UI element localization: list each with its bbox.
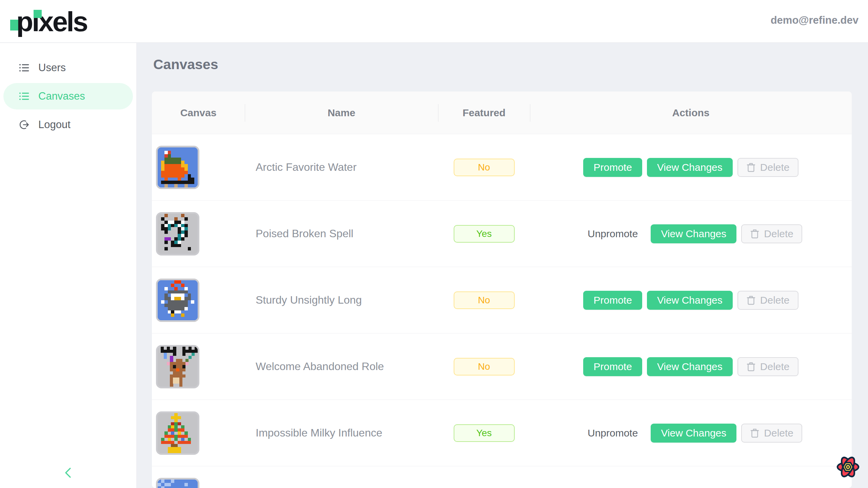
delete-button[interactable]: Delete xyxy=(741,424,802,443)
sidebar-collapse-button[interactable] xyxy=(62,466,74,479)
canvas-name: Sturdy Unsightly Long xyxy=(245,294,438,306)
unpromote-button[interactable]: Unpromote xyxy=(579,424,646,443)
canvas-thumbnail[interactable] xyxy=(156,411,199,455)
trash-icon xyxy=(750,428,760,438)
featured-cell: Yes xyxy=(438,225,530,243)
candy-cane-pixel-art-icon xyxy=(158,214,198,254)
sidebar-item-label: Users xyxy=(38,62,66,74)
canvas-thumbnail[interactable] xyxy=(156,212,199,256)
actions-cell: Unpromote View Changes Delete xyxy=(530,224,852,243)
trash-icon xyxy=(746,362,756,372)
delete-label: Delete xyxy=(760,361,790,372)
pixels-logo[interactable]: pıxels xyxy=(16,5,87,38)
delete-label: Delete xyxy=(760,162,790,173)
actions-cell: Promote View Changes Delete xyxy=(530,158,852,177)
table-row: Impossible Milky Influence Yes Unpromote… xyxy=(152,400,852,466)
canvas-cell xyxy=(152,146,245,189)
sidebar-item-label: Canvases xyxy=(38,90,85,102)
topbar: pıxels demo@refine.dev xyxy=(0,0,868,43)
table-row: Arctic Favorite Water No Promote View Ch… xyxy=(152,134,852,200)
canvas-name: Welcome Abandoned Role xyxy=(245,360,438,373)
trash-icon xyxy=(746,162,756,172)
actions-cell: Promote View Changes Delete xyxy=(530,291,852,310)
table-row: Sturdy Unsightly Long No Promote View Ch… xyxy=(152,267,852,333)
sidebar-item-label: Logout xyxy=(38,119,71,131)
featured-cell: Yes xyxy=(438,424,530,442)
delete-label: Delete xyxy=(764,228,793,240)
featured-cell: No xyxy=(438,159,530,176)
unordered-list-icon xyxy=(19,91,29,102)
column-header-name: Name xyxy=(245,107,438,119)
react-query-devtools-icon xyxy=(835,476,861,482)
delete-button[interactable]: Delete xyxy=(737,158,798,177)
table-header: Canvas Name Featured Actions xyxy=(152,92,852,134)
delete-button[interactable]: Delete xyxy=(741,224,802,243)
react-query-devtools-button[interactable] xyxy=(835,453,861,481)
column-header-actions: Actions xyxy=(530,107,852,119)
reindeer-pixel-art-icon xyxy=(158,347,198,387)
actions-cell: Promote View Changes Delete xyxy=(530,357,852,376)
canvas-name: Poised Broken Spell xyxy=(245,227,438,240)
canvas-cell xyxy=(152,212,245,256)
promote-button[interactable]: Promote xyxy=(583,158,642,177)
featured-cell: No xyxy=(438,291,530,309)
canvas-cell xyxy=(152,345,245,388)
promote-button[interactable]: Promote xyxy=(583,357,642,376)
view-changes-button[interactable]: View Changes xyxy=(651,424,736,443)
delete-label: Delete xyxy=(764,427,793,439)
actions-cell: Unpromote View Changes Delete xyxy=(530,424,852,443)
unordered-list-icon xyxy=(19,62,29,73)
featured-cell: No xyxy=(438,358,530,375)
promote-button[interactable]: Promote xyxy=(583,291,642,310)
chevron-left-icon xyxy=(62,474,74,480)
delete-label: Delete xyxy=(760,294,790,306)
canvas-name: Impossible Milky Influence xyxy=(245,427,438,439)
snow-pixel-art-icon xyxy=(158,480,198,488)
christmas-tree-pixel-art-icon xyxy=(158,413,198,453)
view-changes-button[interactable]: View Changes xyxy=(647,357,733,376)
canvas-cell xyxy=(152,478,245,488)
canvas-thumbnail[interactable] xyxy=(156,279,199,322)
column-header-featured: Featured xyxy=(438,107,530,119)
canvas-thumbnail[interactable] xyxy=(156,146,199,189)
sleigh-pixel-art-icon xyxy=(158,147,198,187)
view-changes-button[interactable]: View Changes xyxy=(647,158,733,177)
trash-icon xyxy=(746,295,756,305)
canvas-cell xyxy=(152,411,245,455)
sidebar-item-logout[interactable]: Logout xyxy=(3,111,133,138)
table-row: Unpromote View Changes Delete xyxy=(152,466,852,488)
view-changes-button[interactable]: View Changes xyxy=(647,291,733,310)
featured-badge: No xyxy=(454,291,515,309)
canvas-thumbnail[interactable] xyxy=(156,345,199,388)
sidebar-item-canvases[interactable]: Canvases xyxy=(3,83,133,109)
logo-green-dot xyxy=(34,10,42,18)
featured-badge: No xyxy=(454,358,515,375)
featured-badge: No xyxy=(454,159,515,176)
featured-badge: Yes xyxy=(454,225,515,243)
table-row: Welcome Abandoned Role No Promote View C… xyxy=(152,333,852,400)
logout-icon xyxy=(19,119,29,130)
table-row: Poised Broken Spell Yes Unpromote View C… xyxy=(152,200,852,267)
user-email: demo@refine.dev xyxy=(771,14,859,26)
featured-badge: Yes xyxy=(454,424,515,442)
table-body: Arctic Favorite Water No Promote View Ch… xyxy=(152,134,852,488)
logo-text: pıxels xyxy=(16,8,87,36)
view-changes-button[interactable]: View Changes xyxy=(651,224,736,243)
trash-icon xyxy=(750,229,760,239)
canvases-table-card: Canvas Name Featured Actions Arctic Favo… xyxy=(152,92,852,488)
column-header-canvas: Canvas xyxy=(152,107,245,119)
delete-button[interactable]: Delete xyxy=(737,357,798,376)
sidebar-item-users[interactable]: Users xyxy=(3,55,133,81)
canvas-cell xyxy=(152,279,245,322)
main-content: Canvases Canvas Name Featured Actions Ar… xyxy=(137,43,868,488)
delete-button[interactable]: Delete xyxy=(737,291,798,310)
canvas-name: Arctic Favorite Water xyxy=(245,161,438,174)
unpromote-button[interactable]: Unpromote xyxy=(579,224,646,243)
canvas-thumbnail[interactable] xyxy=(156,478,199,488)
page-title: Canvases xyxy=(153,57,868,73)
penguin-pixel-art-icon xyxy=(158,280,198,320)
sidebar: Users Canvases Logout xyxy=(0,43,137,488)
